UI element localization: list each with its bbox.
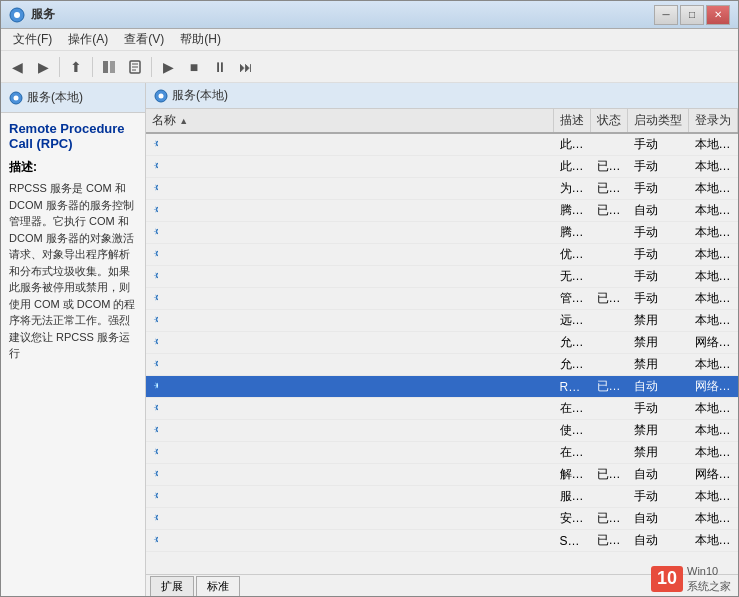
table-row[interactable]: Quality Windows...优质...手动本地服务: [146, 244, 738, 266]
services-list: 名称 ▲ 描述 状态 启动类型 登录为: [146, 109, 738, 552]
gear-icon: [152, 225, 158, 238]
description-text: RPCSS 服务是 COM 和 DCOM 服务器的服务控制管理器。它执行 COM…: [9, 180, 137, 362]
left-panel-body: Remote Procedure Call (RPC) 描述: RPCSS 服务…: [1, 113, 145, 596]
menu-bar: 文件(F) 操作(A) 查看(V) 帮助(H): [1, 29, 738, 51]
table-row[interactable]: Safedog Update...安全...已启动自动本地系统: [146, 508, 738, 530]
table-row[interactable]: QQMicroGameB...腾讯...手动本地系统: [146, 222, 738, 244]
table-row[interactable]: Problem Report...此服...手动本地系统: [146, 133, 738, 156]
table-row[interactable]: QPCore Service腾讯...已启动自动本地系统: [146, 200, 738, 222]
svg-point-11: [159, 93, 164, 98]
table-row[interactable]: Program Compa...此服...已启动手动本地系统: [146, 156, 738, 178]
main-content: 服务(本地) Remote Procedure Call (RPC) 描述: R…: [1, 83, 738, 596]
gear-icon: [152, 401, 158, 414]
gear-icon: [152, 269, 158, 282]
app-icon: [9, 7, 25, 23]
right-panel-title: 服务(本地): [172, 87, 228, 104]
table-row[interactable]: Remote Procedu...RPC...已启动自动网络服务: [146, 376, 738, 398]
col-logon[interactable]: 登录为: [689, 109, 738, 133]
table-row[interactable]: Remote Deskto...远程...禁用本地系统: [146, 310, 738, 332]
up-button[interactable]: ⬆: [64, 55, 88, 79]
right-panel-header: 服务(本地): [146, 83, 738, 109]
properties-button[interactable]: [123, 55, 147, 79]
left-panel-title: 服务(本地): [27, 89, 83, 106]
window-title: 服务: [31, 6, 55, 23]
svg-point-1: [14, 12, 20, 18]
gear-icon: [152, 291, 158, 304]
table-row[interactable]: Remote Procedu...在 W...手动本地系统: [146, 398, 738, 420]
toolbar-sep-3: [151, 57, 152, 77]
gear-icon: [152, 423, 158, 436]
svg-rect-3: [110, 61, 115, 73]
left-panel-header: 服务(本地): [1, 83, 145, 113]
menu-view[interactable]: 查看(V): [116, 29, 172, 50]
show-hide-button[interactable]: [97, 55, 121, 79]
table-header-row: 名称 ▲ 描述 状态 启动类型 登录为: [146, 109, 738, 133]
col-status[interactable]: 状态: [591, 109, 628, 133]
maximize-button[interactable]: □: [680, 5, 704, 25]
gear-icon: [152, 357, 158, 370]
table-row[interactable]: SafeDogCloudH...Safe...已启动自动本地系统: [146, 530, 738, 552]
sort-arrow: ▲: [179, 116, 188, 126]
right-panel: 服务(本地) 名称 ▲ 描述 状态 启动类型 登录为: [146, 83, 738, 596]
gear-icon: [152, 335, 158, 348]
minimize-button[interactable]: ─: [654, 5, 678, 25]
table-row[interactable]: Remote Access ...管理...已启动手动本地系统: [146, 288, 738, 310]
title-bar: 服务 ─ □ ✕: [1, 1, 738, 29]
forward-button[interactable]: ▶: [31, 55, 55, 79]
table-row[interactable]: Remote Registry使远...禁用本地服务: [146, 420, 738, 442]
col-startup[interactable]: 启动类型: [628, 109, 689, 133]
table-row[interactable]: Remote Deskto...允许...禁用网络服务: [146, 332, 738, 354]
watermark: 10 Win10 系统之家: [651, 564, 731, 593]
status-bar: 扩展 标准: [146, 574, 738, 596]
right-panel-icon: [154, 89, 168, 103]
gear-icon: [152, 489, 158, 502]
main-window: 服务 ─ □ ✕ 文件(F) 操作(A) 查看(V) 帮助(H) ◀ ▶ ⬆: [0, 0, 739, 597]
table-row[interactable]: RPC Endpoint M...解析...已启动自动网络服务: [146, 464, 738, 486]
gear-icon: [152, 313, 158, 326]
toolbar-sep-1: [59, 57, 60, 77]
svg-point-9: [14, 95, 19, 100]
play-button[interactable]: ▶: [156, 55, 180, 79]
table-row[interactable]: Safedog Guard ...服务...手动本地系统: [146, 486, 738, 508]
toolbar-sep-2: [92, 57, 93, 77]
toolbar: ◀ ▶ ⬆ ▶ ■ ⏸ ⏭: [1, 51, 738, 83]
gear-icon: [152, 181, 158, 194]
tab-standard[interactable]: 标准: [196, 576, 240, 596]
title-bar-left: 服务: [9, 6, 55, 23]
description-label: 描述:: [9, 159, 137, 176]
gear-icon: [152, 247, 158, 260]
services-icon: [9, 91, 23, 105]
watermark-text: Win10 系统之家: [687, 564, 731, 593]
gear-icon: [152, 159, 158, 172]
table-row[interactable]: Protected Storage为敏...已启动手动本地系统: [146, 178, 738, 200]
window-controls: ─ □ ✕: [654, 5, 730, 25]
svg-rect-2: [103, 61, 108, 73]
left-panel: 服务(本地) Remote Procedure Call (RPC) 描述: R…: [1, 83, 146, 596]
service-name: Remote Procedure Call (RPC): [9, 121, 137, 151]
service-table[interactable]: 名称 ▲ 描述 状态 启动类型 登录为: [146, 109, 738, 574]
table-row[interactable]: Routing and Re...在局...禁用本地系统: [146, 442, 738, 464]
close-button[interactable]: ✕: [706, 5, 730, 25]
gear-icon: [152, 379, 158, 392]
back-button[interactable]: ◀: [5, 55, 29, 79]
table-row[interactable]: Remote Access ...无论...手动本地系统: [146, 266, 738, 288]
col-desc[interactable]: 描述: [554, 109, 591, 133]
tab-expand[interactable]: 扩展: [150, 576, 194, 596]
gear-icon: [152, 511, 158, 524]
menu-file[interactable]: 文件(F): [5, 29, 60, 50]
stop-button[interactable]: ■: [182, 55, 206, 79]
gear-icon: [152, 137, 158, 150]
gear-icon: [152, 203, 158, 216]
gear-icon: [152, 533, 158, 546]
table-row[interactable]: Remote Deskto...允许...禁用本地系统: [146, 354, 738, 376]
gear-icon: [152, 467, 158, 480]
pause-button[interactable]: ⏸: [208, 55, 232, 79]
gear-icon: [152, 445, 158, 458]
menu-action[interactable]: 操作(A): [60, 29, 116, 50]
restart-button[interactable]: ⏭: [234, 55, 258, 79]
watermark-logo: 10: [651, 566, 683, 592]
col-name[interactable]: 名称 ▲: [146, 109, 554, 133]
menu-help[interactable]: 帮助(H): [172, 29, 229, 50]
